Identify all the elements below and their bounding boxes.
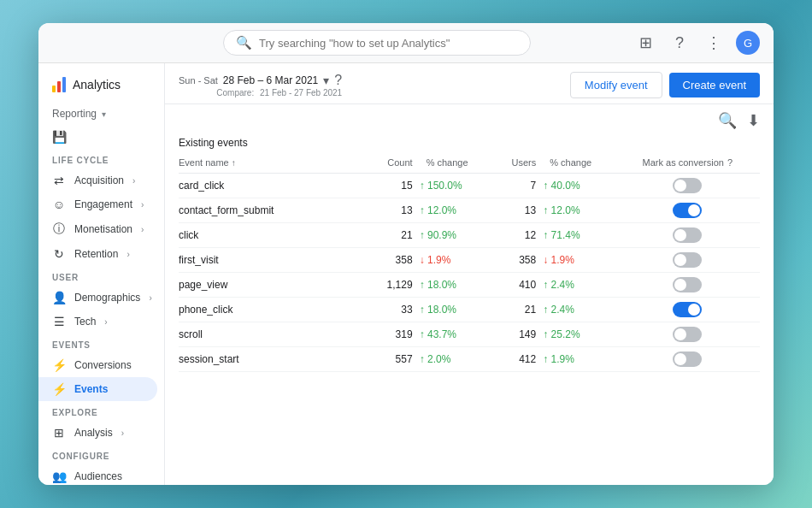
table-row: page_view 1,129 ↑ 18.0% 410 ↑ 2.4% (179, 273, 760, 298)
users-change-cell: ↓ 1.9% (543, 248, 621, 273)
conversion-toggle-cell (622, 273, 760, 298)
save-icon-area[interactable]: 💾 (38, 125, 164, 149)
sidebar-item-label: Tech (74, 316, 96, 328)
col-conversion: Mark as conversion ? (622, 152, 760, 174)
sidebar-item-engagement[interactable]: ☺ Engagement › (38, 192, 157, 216)
table-toolbar: 🔍 ⬇ (179, 111, 760, 130)
event-name-cell[interactable]: session_start (179, 347, 374, 372)
sidebar-item-monetisation[interactable]: ⓘ Monetisation › (38, 216, 157, 242)
content-area: Sun - Sat 28 Feb – 6 Mar 2021 ▾ ? Compar… (165, 63, 774, 485)
conversion-toggle-cell (622, 298, 760, 322)
compare-label: Compare: (216, 88, 254, 97)
sidebar-item-analysis[interactable]: ⊞ Analysis › (38, 421, 157, 445)
users-cell: 12 (498, 223, 543, 248)
event-name-cell[interactable]: contact_form_submit (179, 198, 374, 223)
top-right-icons: ⊞ ? ⋮ G (633, 31, 760, 55)
download-icon[interactable]: ⬇ (747, 111, 760, 130)
event-name-cell[interactable]: click (179, 223, 374, 248)
modify-event-button[interactable]: Modify event (570, 72, 662, 98)
table-row: first_visit 358 ↓ 1.9% 358 ↓ 1.9% (179, 248, 760, 273)
table-row: click 21 ↑ 90.9% 12 ↑ 71.4% (179, 223, 760, 248)
toggle-slider (673, 178, 702, 193)
chevron-icon: › (132, 176, 135, 186)
search-table-icon[interactable]: 🔍 (718, 111, 737, 130)
users-cell: 13 (498, 198, 543, 223)
sidebar-logo[interactable]: Analytics (38, 70, 164, 103)
sidebar-item-acquisition[interactable]: ⇄ Acquisition › (38, 168, 157, 192)
sidebar-item-demographics[interactable]: 👤 Demographics › (38, 286, 157, 310)
sidebar-item-label: Events (74, 383, 108, 395)
sidebar-item-events[interactable]: ⚡ Events (38, 377, 157, 401)
col-count: Count (374, 152, 420, 174)
table-row: scroll 319 ↑ 43.7% 149 ↑ 25.2% (179, 322, 760, 347)
more-icon[interactable]: ⋮ (702, 31, 726, 55)
content-header: Sun - Sat 28 Feb – 6 Mar 2021 ▾ ? Compar… (165, 63, 774, 104)
count-change-cell: ↑ 2.0% (420, 347, 498, 372)
event-name-cell[interactable]: card_click (179, 174, 374, 198)
acquisition-icon: ⇄ (52, 174, 66, 187)
toggle-slider (673, 302, 702, 317)
chevron-icon: › (127, 250, 129, 259)
count-cell: 33 (374, 298, 420, 322)
count-change-cell: ↑ 90.9% (420, 223, 498, 248)
conversions-icon: ⚡ (52, 358, 66, 372)
conversion-toggle[interactable] (673, 178, 702, 193)
table-row: session_start 557 ↑ 2.0% 412 ↑ 1.9% (179, 347, 760, 372)
audiences-icon: 👥 (52, 470, 66, 483)
conversion-toggle[interactable] (673, 302, 702, 317)
compare-date-row: Compare: 21 Feb - 27 Feb 2021 (179, 88, 342, 97)
conversion-toggle[interactable] (673, 327, 702, 342)
conversion-toggle[interactable] (673, 277, 702, 292)
conversion-toggle-cell (622, 347, 760, 372)
help-icon[interactable]: ? (668, 31, 691, 55)
create-event-button[interactable]: Create event (669, 73, 760, 97)
sidebar-item-label: Monetisation (74, 223, 132, 235)
search-input[interactable] (259, 37, 518, 50)
event-name-cell[interactable]: page_view (179, 273, 374, 298)
section-configure: CONFIGURE (38, 445, 164, 464)
date-dropdown-icon[interactable]: ▾ (323, 74, 329, 87)
sidebar-item-conversions[interactable]: ⚡ Conversions (38, 353, 157, 377)
conversion-toggle[interactable] (673, 252, 702, 268)
sidebar-item-label: Retention (74, 248, 118, 260)
sidebar-item-audiences[interactable]: 👥 Audiences (38, 464, 157, 485)
conversion-toggle-cell (622, 248, 760, 273)
sidebar-item-label: Acquisition (74, 174, 124, 186)
sidebar-item-retention[interactable]: ↻ Retention › (38, 242, 157, 266)
users-cell: 412 (498, 347, 543, 372)
search-bar[interactable]: 🔍 (223, 30, 531, 56)
count-cell: 319 (374, 322, 420, 347)
event-name-cell[interactable]: phone_click (179, 298, 374, 322)
section-user: USER (38, 266, 164, 286)
search-icon: 🔍 (236, 35, 252, 50)
toggle-slider (673, 327, 702, 342)
users-change-cell: ↑ 40.0% (543, 174, 621, 198)
reporting-label: Reporting (52, 108, 97, 120)
avatar[interactable]: G (736, 31, 760, 55)
main-layout: Analytics Reporting ▾ 💾 LIFE CYCLE ⇄ Acq… (38, 63, 774, 485)
conversion-help-icon[interactable]: ? (727, 157, 733, 168)
event-name-cell[interactable]: first_visit (179, 248, 374, 273)
reporting-header[interactable]: Reporting ▾ (38, 103, 164, 125)
users-change-cell: ↑ 71.4% (543, 223, 621, 248)
chevron-icon: › (149, 293, 151, 303)
count-cell: 15 (374, 174, 420, 198)
conversion-toggle[interactable] (673, 351, 702, 367)
count-change-cell: ↓ 1.9% (420, 248, 498, 273)
sort-icon: ↑ (232, 158, 236, 168)
sidebar-item-label: Conversions (74, 359, 132, 371)
sidebar-item-tech[interactable]: ☰ Tech › (38, 310, 157, 334)
existing-events-label: Existing events (179, 137, 760, 149)
count-cell: 13 (374, 198, 420, 223)
date-help-icon[interactable]: ? (334, 73, 342, 88)
engagement-icon: ☺ (52, 198, 66, 211)
event-name-cell[interactable]: scroll (179, 322, 374, 347)
conversion-toggle[interactable] (673, 203, 702, 218)
users-cell: 7 (498, 174, 543, 198)
table-row: phone_click 33 ↑ 18.0% 21 ↑ 2.4% (179, 298, 760, 322)
conversion-toggle[interactable] (673, 227, 702, 243)
reporting-chevron: ▾ (102, 109, 106, 119)
analytics-window: 🔍 ⊞ ? ⋮ G Analytics Reporting ▾ (38, 23, 774, 485)
table-row: card_click 15 ↑ 150.0% 7 ↑ 40.0% (179, 174, 760, 198)
grid-icon[interactable]: ⊞ (633, 31, 657, 55)
